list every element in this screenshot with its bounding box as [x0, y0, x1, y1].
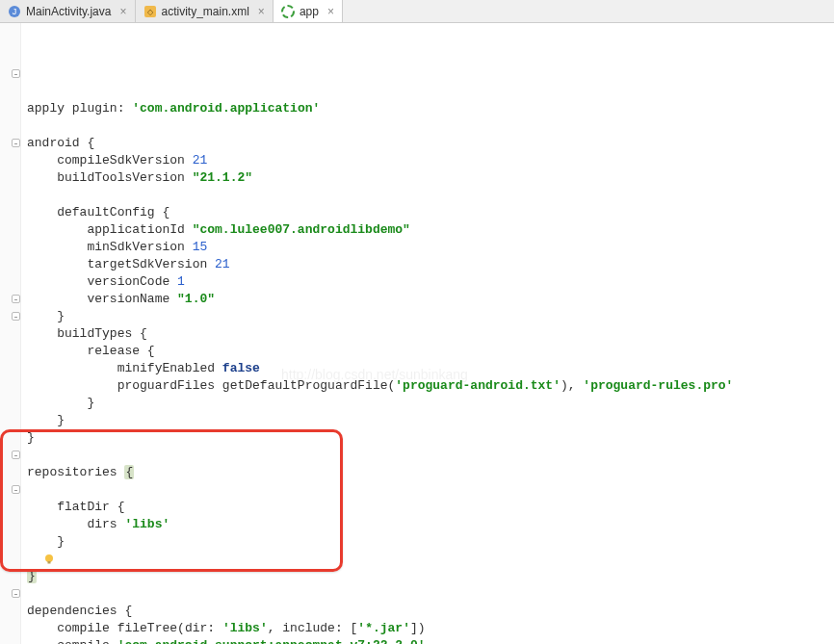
svg-text:J: J [13, 7, 17, 16]
svg-rect-6 [47, 561, 50, 564]
fold-marker[interactable] [12, 451, 20, 459]
tab-app[interactable]: app × [274, 0, 343, 22]
fold-marker[interactable] [12, 69, 20, 78]
close-icon[interactable]: × [327, 5, 334, 18]
java-icon: J [8, 5, 21, 18]
tab-bar: J MainActivity.java × ◇ activity_main.xm… [0, 0, 834, 23]
gutter[interactable] [0, 23, 21, 644]
tab-mainactivity[interactable]: J MainActivity.java × [0, 0, 136, 22]
fold-marker[interactable] [12, 312, 20, 321]
fold-marker[interactable] [12, 139, 20, 147]
tab-activitymain[interactable]: ◇ activity_main.xml × [136, 0, 274, 22]
highlight-annotation [0, 429, 343, 572]
tab-label: MainActivity.java [26, 5, 111, 18]
lightbulb-icon[interactable] [42, 553, 56, 566]
code-area[interactable]: http://blog.csdn.net/sunbinkang apply pl… [21, 23, 834, 644]
svg-point-4 [282, 6, 294, 17]
editor-pane: http://blog.csdn.net/sunbinkang apply pl… [0, 23, 834, 644]
gradle-icon [281, 5, 295, 18]
close-icon[interactable]: × [258, 5, 265, 18]
xml-icon: ◇ [143, 5, 157, 18]
fold-marker[interactable] [12, 589, 20, 598]
fold-marker[interactable] [12, 485, 20, 494]
close-icon[interactable]: × [119, 5, 126, 18]
svg-point-5 [45, 554, 53, 562]
svg-text:◇: ◇ [147, 8, 154, 16]
tab-label: activity_main.xml [162, 5, 249, 18]
tab-label: app [300, 5, 319, 18]
fold-marker[interactable] [12, 295, 20, 303]
